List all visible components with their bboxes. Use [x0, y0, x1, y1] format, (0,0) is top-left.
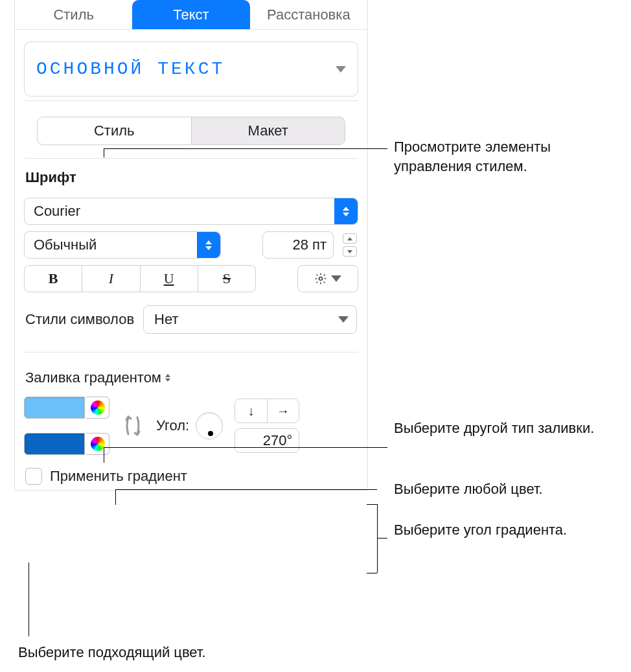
advanced-options-button[interactable]	[297, 265, 358, 292]
gear-icon	[314, 272, 327, 285]
svg-point-0	[319, 277, 323, 281]
gradient-color-2-swatch[interactable]	[24, 433, 85, 455]
paragraph-style-select[interactable]: ОСНОВНОЙ ТЕКСТ	[24, 41, 358, 97]
direction-right-button[interactable]: →	[268, 399, 299, 423]
font-weight-value: Обычный	[34, 237, 97, 253]
gradient-direction-buttons: ↓ →	[235, 399, 299, 423]
swap-arrows-icon	[123, 410, 143, 442]
character-styles-value: Нет	[154, 311, 178, 328]
angle-dial[interactable]	[196, 412, 223, 439]
format-panel: Стиль Текст Расстановка ОСНОВНОЙ ТЕКСТ С…	[14, 0, 368, 491]
callout-matching-color: Выберите подходящий цвет.	[18, 643, 290, 662]
callout-style-controls: Просмотрите элементы управления стилем.	[394, 137, 614, 176]
chevron-down-icon	[336, 66, 346, 73]
updown-icon	[165, 374, 170, 382]
font-size-stepper[interactable]	[341, 231, 358, 259]
gradient-color-2-wheel[interactable]	[86, 433, 109, 455]
chevron-down-icon	[331, 275, 341, 282]
select-stepper-icon	[197, 232, 220, 258]
fill-type-label: Заливка градиентом	[25, 369, 161, 386]
apply-gradient-label: Применить градиент	[50, 468, 187, 485]
segment-layout[interactable]: Макет	[192, 117, 345, 145]
font-family-select[interactable]: Courier	[24, 198, 358, 225]
font-family-value: Courier	[34, 203, 80, 220]
callout-any-color: Выберите любой цвет.	[394, 480, 601, 499]
color-wheel-icon	[91, 437, 105, 451]
gradient-color-1-swatch[interactable]	[24, 397, 85, 419]
select-stepper-icon	[334, 198, 358, 224]
top-tabs: Стиль Текст Расстановка	[15, 0, 367, 30]
flip-gradient-button[interactable]	[121, 410, 144, 442]
color-wheel-icon	[91, 400, 105, 415]
tab-style[interactable]: Стиль	[15, 0, 132, 29]
bold-button[interactable]: B	[25, 266, 82, 292]
paragraph-style-label: ОСНОВНОЙ ТЕКСТ	[36, 59, 225, 79]
fill-type-select[interactable]: Заливка градиентом	[25, 369, 358, 386]
character-styles-label: Стили символов	[25, 311, 134, 328]
tab-text[interactable]: Текст	[132, 0, 249, 29]
italic-button[interactable]: I	[82, 266, 140, 292]
direction-down-button[interactable]: ↓	[235, 399, 268, 423]
font-section-label: Шрифт	[25, 169, 358, 186]
callout-fill-type: Выберите другой тип заливки.	[394, 419, 601, 438]
font-style-buttons: B I U S	[24, 265, 256, 292]
style-layout-segmented: Стиль Макет	[37, 117, 345, 145]
underline-button[interactable]: U	[141, 266, 198, 292]
character-styles-select[interactable]: Нет	[143, 305, 357, 334]
chevron-down-icon	[338, 316, 349, 323]
gradient-color-1-wheel[interactable]	[86, 397, 109, 419]
font-size-field[interactable]: 28 пт	[262, 231, 334, 259]
angle-label: Угол:	[156, 417, 189, 434]
font-size-value: 28 пт	[292, 237, 327, 253]
apply-gradient-checkbox[interactable]	[25, 468, 42, 485]
angle-field[interactable]: 270°	[235, 428, 299, 453]
tab-arrange[interactable]: Расстановка	[250, 0, 367, 29]
callout-angle: Выберите угол градиента.	[394, 520, 601, 540]
segment-style[interactable]: Стиль	[38, 117, 192, 145]
strikethrough-button[interactable]: S	[198, 266, 255, 292]
font-weight-select[interactable]: Обычный	[24, 231, 221, 259]
